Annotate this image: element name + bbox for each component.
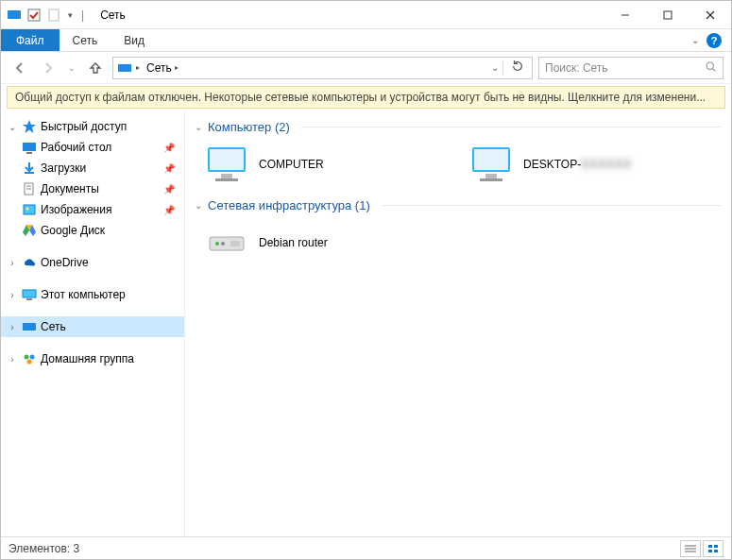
pin-icon: 📌	[163, 163, 184, 174]
documents-icon	[22, 181, 37, 196]
group-infrastructure[interactable]: ⌄ Сетевая инфраструктура (1)	[195, 198, 722, 212]
close-button[interactable]	[689, 1, 731, 28]
svg-rect-17	[24, 205, 35, 214]
sidebar-item-pictures[interactable]: Изображения 📌	[1, 199, 184, 220]
maximize-button[interactable]	[646, 1, 689, 28]
sidebar-quick-access[interactable]: ⌄ Быстрый доступ	[1, 116, 184, 137]
svg-rect-7	[118, 64, 131, 72]
svg-point-28	[27, 360, 32, 365]
expand-chevron-icon[interactable]: ›	[7, 354, 18, 365]
window-title: Сеть	[100, 8, 126, 22]
view-large-icons-button[interactable]	[703, 540, 723, 557]
ribbon-tab-view[interactable]: Вид	[111, 29, 158, 51]
group-divider	[301, 127, 722, 127]
collapse-chevron-icon[interactable]: ⌄	[195, 200, 202, 211]
sidebar-homegroup[interactable]: › Домашняя группа	[1, 348, 184, 369]
group-label: Компьютер (2)	[208, 120, 290, 134]
history-chevron-icon[interactable]: ⌄	[65, 57, 78, 79]
svg-line-9	[713, 68, 716, 71]
computer-icon	[204, 145, 249, 183]
computer-icon	[468, 145, 514, 183]
pin-icon: 📌	[163, 143, 184, 153]
computer-item[interactable]: COMPUTER	[200, 142, 436, 187]
svg-rect-0	[8, 10, 21, 19]
sidebar-item-label: OneDrive	[41, 256, 184, 269]
ribbon-tab-network[interactable]: Сеть	[60, 29, 111, 51]
expand-chevron-icon[interactable]: ⌄	[7, 122, 18, 132]
app-icon	[7, 8, 22, 23]
group-computers[interactable]: ⌄ Компьютер (2)	[195, 120, 722, 134]
svg-point-8	[706, 62, 713, 69]
sidebar-item-label: Загрузки	[41, 161, 160, 175]
ribbon-expand-chevron-icon[interactable]: ⌄	[691, 35, 699, 45]
expand-chevron-icon[interactable]: ›	[7, 322, 18, 332]
sidebar-onedrive[interactable]: › OneDrive	[1, 252, 184, 273]
svg-rect-36	[480, 178, 502, 181]
onedrive-icon	[22, 255, 37, 270]
view-details-button[interactable]	[680, 540, 701, 557]
help-button[interactable]: ?	[706, 33, 722, 48]
qat-properties-icon[interactable]	[26, 8, 42, 23]
expand-chevron-icon[interactable]: ›	[7, 290, 18, 300]
breadcrumb-network[interactable]: Сеть ▸	[144, 61, 181, 75]
svg-rect-1	[28, 9, 40, 21]
search-input[interactable]: Поиск: Сеть	[538, 57, 723, 79]
qat-customize-chevron-icon[interactable]: ▾	[66, 10, 75, 20]
breadcrumb-chevron-icon[interactable]: ▸	[175, 63, 179, 72]
sidebar-item-label: Документы	[41, 182, 160, 195]
sidebar-item-label: Этот компьютер	[41, 288, 184, 301]
navigation-bar: ⌄ ▸ Сеть ▸ ⌄ Поиск: Сеть	[1, 52, 731, 84]
expand-chevron-icon[interactable]: ›	[7, 258, 18, 268]
info-bar[interactable]: Общий доступ к файлам отключен. Некоторы…	[7, 86, 725, 109]
computer-item[interactable]: DESKTOP-XXXXXX	[465, 142, 701, 187]
svg-rect-24	[26, 298, 32, 300]
address-bar[interactable]: ▸ Сеть ▸ ⌄	[112, 57, 533, 79]
svg-point-26	[25, 355, 29, 360]
sidebar-item-documents[interactable]: Документы 📌	[1, 178, 184, 199]
svg-rect-47	[714, 550, 718, 552]
svg-rect-34	[474, 149, 508, 170]
google-drive-icon	[22, 223, 37, 238]
downloads-icon	[22, 161, 37, 176]
sidebar-item-label: Домашняя группа	[41, 352, 184, 365]
svg-rect-35	[485, 174, 497, 178]
titlebar-separator: |	[81, 8, 84, 22]
address-dropdown-chevron-icon[interactable]: ⌄	[491, 62, 499, 73]
svg-rect-4	[664, 11, 672, 19]
sidebar-item-label: Изображения	[41, 203, 160, 216]
sidebar-item-label: Сеть	[41, 320, 184, 333]
navigation-pane: ⌄ Быстрый доступ Рабочий стол 📌 Загрузки…	[1, 110, 185, 536]
svg-rect-30	[210, 149, 244, 170]
status-text: Элементов: 3	[9, 542, 79, 555]
pictures-icon	[22, 202, 37, 217]
sidebar-this-pc[interactable]: › Этот компьютер	[1, 284, 184, 305]
item-label: COMPUTER	[259, 158, 324, 171]
svg-marker-10	[23, 120, 36, 133]
sidebar-network[interactable]: › Сеть	[1, 316, 184, 337]
up-button[interactable]	[84, 57, 107, 79]
qat-newfolder-icon[interactable]	[46, 8, 61, 23]
svg-rect-12	[26, 152, 32, 154]
refresh-button[interactable]	[507, 59, 528, 76]
item-label: DESKTOP-XXXXXX	[523, 158, 632, 171]
separator	[502, 60, 503, 76]
router-item[interactable]: Debian router	[200, 220, 436, 265]
svg-rect-2	[49, 9, 59, 21]
file-tab[interactable]: Файл	[1, 29, 60, 51]
location-icon	[117, 60, 132, 76]
ribbon: Файл Сеть Вид ⌄ ?	[1, 29, 731, 52]
sidebar-item-downloads[interactable]: Загрузки 📌	[1, 158, 184, 178]
svg-rect-44	[708, 545, 712, 548]
sidebar-item-gdrive[interactable]: Google Диск	[1, 220, 184, 241]
back-button[interactable]	[9, 57, 31, 79]
svg-rect-11	[23, 143, 36, 151]
svg-rect-45	[714, 545, 718, 548]
collapse-chevron-icon[interactable]: ⌄	[195, 122, 202, 132]
forward-button[interactable]	[37, 57, 60, 79]
content-pane: ⌄ Компьютер (2) COMPUTER DESKTOP-XXXXXX …	[185, 110, 731, 536]
network-icon	[22, 319, 37, 334]
breadcrumb-chevron-icon[interactable]: ▸	[136, 63, 140, 72]
group-divider	[382, 205, 722, 206]
minimize-button[interactable]	[604, 1, 646, 28]
sidebar-item-desktop[interactable]: Рабочий стол 📌	[1, 137, 184, 158]
